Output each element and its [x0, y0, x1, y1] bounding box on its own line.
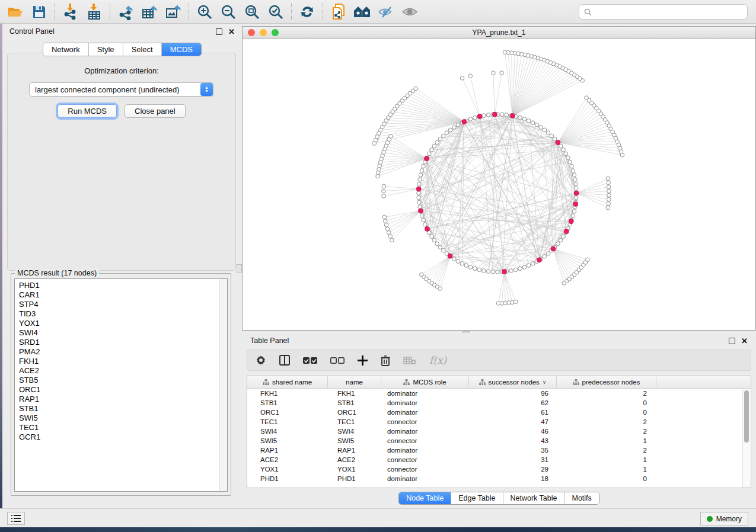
table-row[interactable]: SWI5SWI5connector431: [247, 436, 751, 446]
table-settings-gear-icon[interactable]: [256, 355, 266, 366]
close-panel-icon[interactable]: ✕: [228, 28, 235, 35]
save-session-icon[interactable]: [27, 2, 51, 21]
float-table-panel-icon[interactable]: [729, 338, 735, 344]
mcds-result-item[interactable]: GCR1: [19, 432, 219, 442]
add-column-icon[interactable]: [358, 355, 368, 366]
import-network-icon[interactable]: [59, 2, 82, 21]
column-type-icon: [573, 379, 579, 386]
delete-column-icon[interactable]: [381, 355, 390, 366]
mcds-result-scrollbar[interactable]: [219, 278, 228, 492]
export-network-icon[interactable]: [114, 2, 138, 21]
mcds-result-item[interactable]: SRD1: [19, 338, 219, 347]
column-header-successor-nodes[interactable]: successor nodes ∨: [469, 376, 557, 388]
mcds-result-item[interactable]: SWI4: [19, 328, 219, 338]
zoom-fit-icon[interactable]: [240, 2, 264, 21]
table-scrollbar[interactable]: [742, 389, 750, 488]
mcds-result-item[interactable]: ACE2: [19, 366, 219, 376]
mcds-result-item[interactable]: PMA2: [19, 347, 219, 357]
table-cell: FKH1: [328, 390, 381, 397]
table-row[interactable]: SWI4SWI4dominator462: [247, 427, 751, 436]
table-row[interactable]: PHD1PHD1dominator180: [247, 474, 751, 483]
mcds-result-item[interactable]: ORC1: [19, 385, 219, 395]
mcds-result-item[interactable]: FKH1: [19, 357, 219, 366]
close-panel-button[interactable]: Close panel: [125, 104, 186, 118]
mcds-result-item[interactable]: TID3: [19, 309, 219, 319]
mcds-result-item[interactable]: CAR1: [19, 290, 219, 300]
mcds-result-list[interactable]: PHD1CAR1STP4TID3YOX1SWI4SRD1PMA2FKH1ACE2…: [14, 278, 219, 492]
show-all-icon[interactable]: [398, 2, 422, 21]
table-cell: 62: [469, 399, 557, 406]
table-cell: connector: [381, 456, 469, 463]
zoom-in-icon[interactable]: [193, 2, 216, 21]
column-type-icon: [263, 379, 269, 386]
hide-selected-icon[interactable]: [374, 2, 398, 21]
tab-edge-table[interactable]: Edge Table: [451, 492, 503, 504]
table-row[interactable]: ACE2ACE2connector311: [247, 455, 751, 464]
zoom-out-icon[interactable]: [216, 2, 240, 21]
tab-network-table[interactable]: Network Table: [503, 492, 565, 504]
network-window-titlebar[interactable]: YPA_prune.txt_1: [243, 27, 755, 39]
show-column-panel-icon[interactable]: [279, 355, 290, 366]
toolbar-separator: [189, 4, 189, 20]
table-cell: 2: [557, 428, 656, 435]
mcds-result-item[interactable]: STB1: [19, 404, 219, 414]
close-table-panel-icon[interactable]: ✕: [741, 338, 748, 344]
select-all-icon[interactable]: [303, 357, 317, 364]
network-graph[interactable]: [243, 39, 755, 330]
toolbar-separator: [291, 4, 292, 20]
mcds-result-item[interactable]: RAP1: [19, 395, 219, 404]
open-file-icon[interactable]: [4, 2, 27, 21]
mcds-result-item[interactable]: STB5: [19, 376, 219, 385]
table-cell: 1: [557, 456, 656, 463]
mcds-result-item[interactable]: TEC1: [19, 423, 219, 432]
mcds-result-title: MCDS result (17 nodes): [15, 269, 99, 277]
deselect-all-icon[interactable]: [330, 357, 344, 364]
table-row[interactable]: TEC1TEC1connector472: [247, 417, 751, 427]
mcds-result-item[interactable]: STP4: [19, 300, 219, 309]
search-input[interactable]: [595, 6, 747, 18]
memory-button[interactable]: Memory: [700, 512, 748, 525]
table-row[interactable]: FKH1FKH1dominator962: [247, 389, 751, 398]
tab-style[interactable]: Style: [89, 43, 123, 56]
table-cell: connector: [381, 418, 469, 425]
table-cell: SWI5: [328, 437, 381, 444]
refresh-icon[interactable]: [295, 2, 319, 21]
float-panel-icon[interactable]: [216, 28, 222, 35]
tab-mcds[interactable]: MCDS: [162, 43, 201, 56]
desktop-edge-bottom: [0, 527, 756, 532]
search-box[interactable]: [579, 4, 748, 20]
table-row[interactable]: ORC1ORC1dominator610: [247, 408, 751, 417]
table-cell: PHD1: [247, 475, 328, 482]
control-panel-title: Control Panel: [9, 27, 216, 36]
table-cell: dominator: [381, 409, 469, 416]
control-panel-header: Control Panel ✕: [2, 24, 242, 39]
zoom-selected-icon[interactable]: [264, 2, 288, 21]
import-table-icon[interactable]: [82, 2, 106, 21]
column-header-mcds-role[interactable]: MCDS role: [381, 376, 469, 388]
first-neighbors-icon[interactable]: [350, 2, 374, 21]
mcds-result-item[interactable]: SWI5: [19, 414, 219, 423]
table-scrollbar-thumb[interactable]: [744, 390, 749, 443]
table-row[interactable]: YOX1YOX1connector291: [247, 464, 751, 474]
vertical-splitter-handle[interactable]: [237, 264, 242, 273]
mcds-result-item[interactable]: PHD1: [19, 281, 219, 290]
column-header-name[interactable]: name: [328, 376, 381, 388]
tab-node-table[interactable]: Node Table: [399, 492, 451, 504]
column-header-shared-name[interactable]: shared name: [247, 376, 328, 388]
export-image-icon[interactable]: [161, 2, 185, 21]
tab-network[interactable]: Network: [43, 43, 89, 56]
tab-motifs[interactable]: Motifs: [564, 492, 598, 504]
export-table-icon[interactable]: [138, 2, 161, 21]
table-row[interactable]: RAP1RAP1dominator352: [247, 446, 751, 455]
table-row[interactable]: STB1STB1dominator620: [247, 398, 751, 408]
table-cell: 43: [469, 437, 557, 444]
mcds-result-item[interactable]: YOX1: [19, 319, 219, 328]
task-history-button[interactable]: [7, 512, 25, 525]
tab-select[interactable]: Select: [123, 43, 162, 56]
criterion-dropdown[interactable]: largest connected component (undirected)…: [29, 82, 214, 97]
run-mcds-button[interactable]: Run MCDS: [58, 104, 117, 118]
column-header-predecessor-nodes[interactable]: predecessor nodes: [557, 376, 656, 388]
table-cell: 0: [557, 409, 656, 416]
new-network-from-selection-icon[interactable]: [327, 2, 350, 21]
network-canvas[interactable]: [243, 39, 755, 330]
